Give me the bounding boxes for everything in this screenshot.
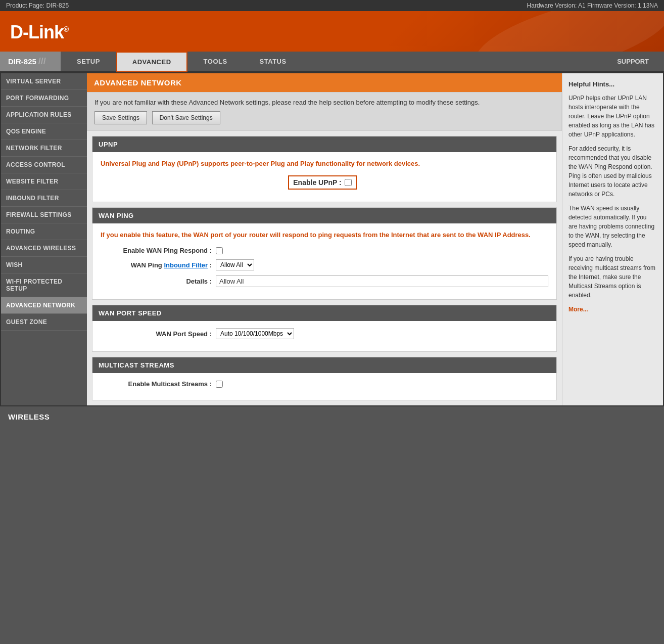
wan-port-speed-row: WAN Port Speed : Auto 10/100/1000Mbps 10… <box>101 328 548 339</box>
wan-ping-filter-row: WAN Ping Inbound Filter : Allow All <box>101 259 548 270</box>
wan-ping-section-body: If you enable this feature, the WAN port… <box>92 223 556 299</box>
tab-setup[interactable]: SETUP <box>61 52 116 71</box>
wan-port-speed-select[interactable]: Auto 10/100/1000Mbps 10Mbps Half-Duplex … <box>216 328 294 339</box>
save-settings-button[interactable]: Save Settings <box>94 111 147 124</box>
enable-upnp-row: Enable UPnP : <box>101 175 548 190</box>
help-paragraph-3: The WAN speed is usually detected automa… <box>568 204 657 249</box>
wan-ping-details-row: Details : Allow All <box>101 275 548 287</box>
nav-slashes: /// <box>38 56 46 67</box>
top-bar: Product Page: DIR-825 Hardware Version: … <box>0 0 664 11</box>
product-label: Product Page: DIR-825 <box>6 2 69 9</box>
enable-upnp-checkbox[interactable] <box>345 179 352 186</box>
tab-tools[interactable]: TOOLS <box>187 52 244 71</box>
bottom-bar: WIRELESS <box>0 406 664 427</box>
sidebar-item-website-filter[interactable]: WEBSITE FILTER <box>1 173 87 190</box>
tab-status[interactable]: STATUS <box>244 52 303 71</box>
wan-ping-section-header: WAN PING <box>92 208 556 223</box>
upnp-section-header: UPNP <box>92 136 556 152</box>
sidebar-item-advanced-network[interactable]: ADVANCED NETWORK <box>1 297 87 314</box>
enable-wan-ping-checkbox-wrapper <box>216 247 223 254</box>
info-buttons: Save Settings Don't Save Settings <box>94 111 554 124</box>
wan-port-speed-header: WAN PORT SPEED <box>92 305 556 321</box>
multicast-section: MULTICAST STREAMS Enable Multicast Strea… <box>92 357 557 400</box>
sidebar-item-wish[interactable]: WISH <box>1 257 87 273</box>
multicast-section-body: Enable Multicast Streams : <box>92 373 556 400</box>
dont-save-settings-button[interactable]: Don't Save Settings <box>152 111 220 124</box>
sidebar-item-advanced-wireless[interactable]: ADVANCED WIRELESS <box>1 240 87 257</box>
wan-ping-description: If you enable this feature, the WAN port… <box>101 231 548 240</box>
sidebar-item-port-forwarding[interactable]: PORT FORWARDING <box>1 90 87 107</box>
multicast-section-header: MULTICAST STREAMS <box>92 357 556 373</box>
tab-advanced[interactable]: ADVANCED <box>116 52 187 72</box>
upnp-section: UPNP Universal Plug and Play (UPnP) supp… <box>92 136 557 202</box>
upnp-description: Universal Plug and Play (UPnP) supports … <box>101 159 548 168</box>
wan-port-speed-label: WAN Port Speed : <box>101 330 212 338</box>
wan-ping-section: WAN PING If you enable this feature, the… <box>92 207 557 300</box>
main-layout: VIRTUAL SERVER PORT FORWARDING APPLICATI… <box>0 72 664 406</box>
page-header: ADVANCED NETWORK <box>87 73 562 92</box>
sidebar-item-firewall-settings[interactable]: FIREWALL SETTINGS <box>1 207 87 223</box>
tab-support[interactable]: SUPPORT <box>602 52 664 71</box>
help-paragraph-1: UPnP helps other UPnP LAN hosts interope… <box>568 94 657 139</box>
nav-brand: DIR-825 /// <box>0 52 61 71</box>
inbound-filter-link[interactable]: Inbound Filter <box>164 261 208 269</box>
nav-tabs: DIR-825 /// SETUP ADVANCED TOOLS STATUS … <box>0 52 664 72</box>
multicast-enable-label: Enable Multicast Streams : <box>101 380 212 388</box>
help-paragraph-2: For added security, it is recommended th… <box>568 144 657 199</box>
enable-multicast-checkbox[interactable] <box>216 381 223 388</box>
sidebar-item-wifi-protected-setup[interactable]: WI-FI PROTECTED SETUP <box>1 273 87 297</box>
sidebar: VIRTUAL SERVER PORT FORWARDING APPLICATI… <box>1 73 87 405</box>
multicast-enable-row: Enable Multicast Streams : <box>101 380 548 388</box>
wan-ping-filter-label: WAN Ping Inbound Filter : <box>101 261 212 269</box>
right-panel: Helpful Hints... UPnP helps other UPnP L… <box>562 73 663 405</box>
wan-port-speed-body: WAN Port Speed : Auto 10/100/1000Mbps 10… <box>92 321 556 351</box>
enable-wan-ping-checkbox[interactable] <box>216 247 223 254</box>
multicast-checkbox-wrapper <box>216 381 223 388</box>
sidebar-item-application-rules[interactable]: APPLICATION RULES <box>1 107 87 123</box>
sidebar-item-routing[interactable]: ROUTING <box>1 223 87 240</box>
sidebar-item-access-control[interactable]: ACCESS CONTROL <box>1 157 87 173</box>
info-box: If you are not familiar with these Advan… <box>87 92 562 131</box>
sidebar-item-qos-engine[interactable]: QOS ENGINE <box>1 123 87 140</box>
sidebar-item-network-filter[interactable]: NETWORK FILTER <box>1 140 87 157</box>
info-text: If you are not familiar with these Advan… <box>94 99 554 106</box>
enable-upnp-label: Enable UPnP : <box>288 175 356 190</box>
firmware-label: Hardware Version: A1 Firmware Version: 1… <box>527 2 658 9</box>
sidebar-item-guest-zone[interactable]: GUEST ZONE <box>1 314 87 331</box>
enable-wan-ping-row: Enable WAN Ping Respond : <box>101 247 548 254</box>
wan-ping-filter-select[interactable]: Allow All <box>216 259 254 270</box>
wan-ping-details-input: Allow All <box>216 275 548 287</box>
sidebar-item-virtual-server[interactable]: VIRTUAL SERVER <box>1 73 87 90</box>
wan-ping-details-label: Details : <box>101 278 212 285</box>
more-link[interactable]: More... <box>568 306 588 313</box>
enable-wan-ping-label: Enable WAN Ping Respond : <box>101 247 212 254</box>
help-paragraph-4: If you are having trouble receiving mult… <box>568 254 657 300</box>
helpful-hints-title: Helpful Hints... <box>568 79 657 89</box>
logo: D-Link® <box>10 22 68 43</box>
sidebar-item-inbound-filter[interactable]: INBOUND FILTER <box>1 190 87 207</box>
content-area: ADVANCED NETWORK If you are not familiar… <box>87 73 562 405</box>
wan-port-speed-section: WAN PORT SPEED WAN Port Speed : Auto 10/… <box>92 305 557 352</box>
header: D-Link® <box>0 11 664 52</box>
upnp-section-body: Universal Plug and Play (UPnP) supports … <box>92 152 556 202</box>
